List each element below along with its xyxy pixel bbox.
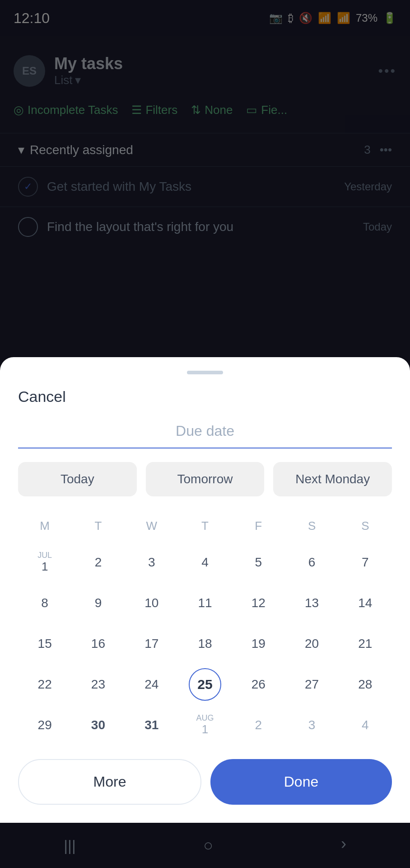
cal-cell-aug3[interactable]: 3 — [285, 705, 338, 745]
tomorrow-label: Tomorrow — [177, 472, 233, 486]
cal-cell-5[interactable]: 5 — [232, 542, 285, 583]
cal-cell-10[interactable]: 10 — [125, 583, 178, 623]
next-monday-label: Next Monday — [295, 472, 370, 486]
cal-cell-9[interactable]: 9 — [71, 583, 125, 623]
cal-cell-22[interactable]: 22 — [18, 664, 71, 705]
cal-cell-28[interactable]: 28 — [339, 664, 392, 705]
background-app: 12:10 📷 ₿ 🔇 📶 📶 73% 🔋 ES My tasks List ▾ — [0, 0, 410, 868]
more-button[interactable]: More — [18, 759, 201, 805]
cal-cell-20[interactable]: 20 — [285, 623, 338, 664]
cal-cell-19[interactable]: 19 — [232, 623, 285, 664]
cal-cell-15[interactable]: 15 — [18, 623, 71, 664]
next-monday-button[interactable]: Next Monday — [273, 462, 392, 496]
quick-dates-row: Today Tomorrow Next Monday — [18, 462, 392, 496]
calendar: M T W T F S S JUL 1 2 3 4 5 6 7 — [18, 514, 392, 745]
cal-cell-13[interactable]: 13 — [285, 583, 338, 623]
cal-cell-7[interactable]: 7 — [339, 542, 392, 583]
today-label: Today — [61, 472, 94, 486]
cal-cell-aug2[interactable]: 2 — [232, 705, 285, 745]
cal-cell-jul1[interactable]: JUL 1 — [18, 542, 71, 583]
cal-cell-14[interactable]: 14 — [339, 583, 392, 623]
cal-cell-aug4[interactable]: 4 — [339, 705, 392, 745]
cancel-button[interactable]: Cancel — [18, 388, 392, 406]
jul-1-num: 1 — [42, 560, 48, 574]
tomorrow-button[interactable]: Tomorrow — [146, 462, 265, 496]
cal-cell-31[interactable]: 31 — [125, 705, 178, 745]
jul-label: JUL — [37, 551, 52, 560]
cal-cell-24[interactable]: 24 — [125, 664, 178, 705]
due-date-field[interactable]: Due date — [18, 415, 392, 448]
cal-cell-12[interactable]: 12 — [232, 583, 285, 623]
cal-cell-29[interactable]: 29 — [18, 705, 71, 745]
cal-cell-30[interactable]: 30 — [71, 705, 125, 745]
day-header-wed: W — [125, 514, 178, 538]
cal-cell-11[interactable]: 11 — [178, 583, 232, 623]
calendar-days-header: M T W T F S S — [18, 514, 392, 538]
cal-cell-21[interactable]: 21 — [339, 623, 392, 664]
cal-cell-18[interactable]: 18 — [178, 623, 232, 664]
more-label: More — [93, 774, 126, 790]
cal-cell-16[interactable]: 16 — [71, 623, 125, 664]
day-header-sat: S — [285, 514, 338, 538]
cal-cell-27[interactable]: 27 — [285, 664, 338, 705]
cal-cell-aug1[interactable]: AUG 1 — [178, 705, 232, 745]
day-header-sun: S — [339, 514, 392, 538]
cal-cell-6[interactable]: 6 — [285, 542, 338, 583]
today-button[interactable]: Today — [18, 462, 137, 496]
bottom-sheet: Cancel Due date Today Tomorrow Next Mond… — [0, 357, 410, 823]
cal-cell-8[interactable]: 8 — [18, 583, 71, 623]
cancel-label: Cancel — [18, 388, 66, 405]
day-header-mon: M — [18, 514, 71, 538]
cal-cell-26[interactable]: 26 — [232, 664, 285, 705]
calendar-grid: JUL 1 2 3 4 5 6 7 8 9 10 11 12 13 14 15 … — [18, 542, 392, 745]
day-header-fri: F — [232, 514, 285, 538]
day-header-tue: T — [71, 514, 125, 538]
cal-cell-23[interactable]: 23 — [71, 664, 125, 705]
cal-cell-3[interactable]: 3 — [125, 542, 178, 583]
aug-1-num: 1 — [202, 722, 208, 736]
bottom-actions: More Done — [18, 759, 392, 805]
day-header-thu: T — [178, 514, 232, 538]
due-date-placeholder: Due date — [176, 423, 234, 439]
aug-label: AUG — [196, 714, 214, 723]
selected-date-circle: 25 — [189, 668, 221, 701]
sheet-handle — [187, 371, 223, 374]
cal-cell-17[interactable]: 17 — [125, 623, 178, 664]
cal-cell-2[interactable]: 2 — [71, 542, 125, 583]
cal-cell-25-selected[interactable]: 25 — [178, 664, 232, 705]
cal-cell-4[interactable]: 4 — [178, 542, 232, 583]
done-button[interactable]: Done — [210, 759, 392, 805]
done-label: Done — [284, 774, 319, 790]
